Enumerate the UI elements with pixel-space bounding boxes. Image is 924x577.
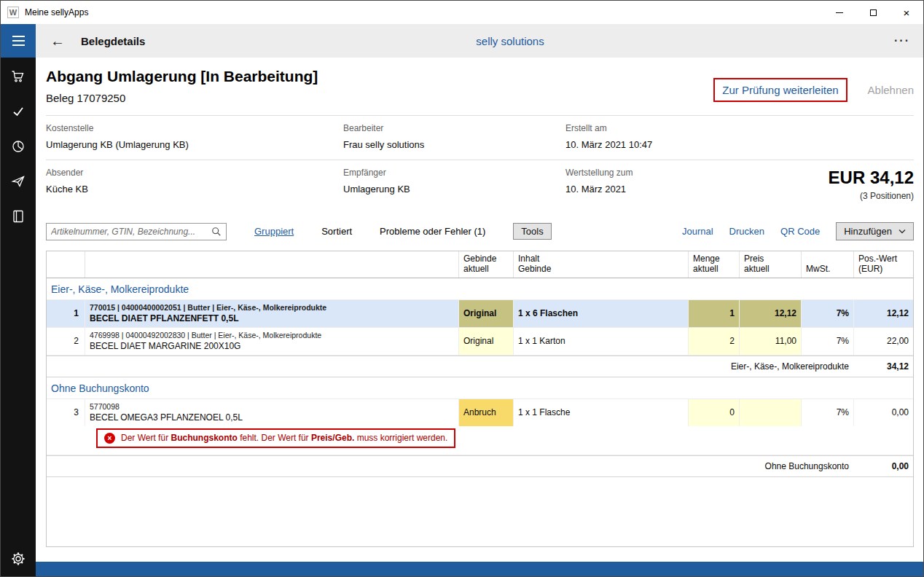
sidebar-item-journal[interactable] [1,199,36,234]
forward-for-review-button[interactable]: Zur Prüfung weiterleiten [713,78,847,102]
qr-code-link[interactable]: QR Code [780,226,820,237]
search-icon[interactable] [211,227,222,237]
document-title: Abgang Umlagerung [In Bearbeitung] [46,68,318,85]
preis-cell[interactable]: 12,12 [740,300,802,327]
inhalt-cell: 1 x 6 Flaschen [514,300,689,327]
info-row-1: Kostenstelle Umlagerung KB (Umlagerung K… [46,116,914,160]
col-menge: Menge aktuell [689,251,740,278]
col-mwst: MwSt. [802,251,854,278]
group-total-value: 34,12 [854,361,913,372]
article-name: BECEL OMEGA3 PFLANZENOEL 0,5L [90,412,243,423]
info-wertstellung: Wertstellung zum 10. März 2021 [565,168,784,201]
table-empty-space [47,477,913,546]
table-row-1[interactable]: 1 770015 | 04000400002051 | Butter | Eie… [47,300,913,328]
positions-count: (3 Positionen) [829,191,914,201]
journal-link[interactable]: Journal [682,226,713,237]
print-link[interactable]: Drucken [729,226,764,237]
article-meta: 770015 | 04000400002051 | Butter | Eier-… [90,303,326,312]
total-amount: EUR 34,12 [829,168,914,188]
validation-error-message: × Der Wert für Buchungskonto fehlt. Der … [96,428,455,448]
pie-chart-icon [11,139,26,154]
send-icon [11,174,26,189]
col-number [47,251,85,278]
sidebar-item-statistics[interactable] [1,129,36,164]
document-heading: Abgang Umlagerung [In Bearbeitung] Beleg… [46,68,318,104]
app-center-title: selly solutions [97,35,923,47]
col-gebinde: Gebinde aktuell [459,251,514,278]
page-title: Belegdetails [81,35,145,47]
maximize-icon [870,9,877,16]
menge-cell[interactable]: 0 [689,399,740,426]
menge-cell[interactable]: 2 [689,328,740,355]
preis-cell[interactable]: 11,00 [740,328,802,355]
col-article [85,251,459,278]
mwst-cell: 7% [802,328,854,355]
group-total-value: 0,00 [854,461,913,471]
row-error-container: × Der Wert für Buchungskonto fehlt. Der … [47,426,913,455]
add-button[interactable]: Hinzufügen [836,222,914,240]
error-icon: × [104,433,115,444]
gebinde-cell[interactable]: Original [459,300,514,327]
hamburger-menu-button[interactable] [1,24,36,58]
gebinde-cell[interactable]: Original [459,328,514,355]
list-toolbar: Gruppiert Sortiert Probleme oder Fehler … [46,222,914,240]
group-total-label: Eier-, Käse-, Molkereiprodukte [47,361,854,372]
info-absender: Absender Küche KB [46,168,343,201]
problems-link[interactable]: Probleme oder Fehler (1) [380,226,485,237]
more-options-icon[interactable]: ··· [894,34,910,47]
table-row-3[interactable]: 3 5770098 BECEL OMEGA3 PFLANZENOEL 0,5L … [47,399,913,426]
minimize-icon [836,12,843,13]
tools-button[interactable]: Tools [513,223,551,240]
article-name: BECEL DIAET MARGARINE 200X10G [90,341,240,351]
maximize-button[interactable] [856,1,890,24]
info-row-2: Absender Küche KB Empfänger Umlagerung K… [46,160,914,211]
table-row-2[interactable]: 2 4769998 | 04000492002830 | Butter | Ei… [47,328,913,356]
hamburger-icon [12,36,25,37]
title-bar: W Meine sellyApps × [1,1,923,24]
reject-button[interactable]: Ablehnen [868,84,914,96]
mwst-cell: 7% [802,300,854,327]
article-cell: 5770098 BECEL OMEGA3 PFLANZENOEL 0,5L [85,399,459,426]
col-wert: Pos.-Wert (EUR) [854,251,913,278]
main-content: Abgang Umlagerung [In Bearbeitung] Beleg… [36,58,923,576]
mwst-cell: 7% [802,399,854,426]
info-bearbeiter: Bearbeiter Frau selly solutions [343,123,565,150]
group-header-molkereiprodukte: Eier-, Käse-, Molkereiprodukte [47,278,913,300]
group-total-ohne-buchungskonto: Ohne Buchungskonto 0,00 [47,455,913,477]
col-preis: Preis aktuell [740,251,802,278]
sidebar-item-tasks[interactable] [1,94,36,129]
bottom-accent-bar [36,562,923,576]
back-arrow-icon[interactable]: ← [50,34,65,48]
info-kostenstelle: Kostenstelle Umlagerung KB (Umlagerung K… [46,123,343,150]
info-empfaenger: Empfänger Umlagerung KB [343,168,565,201]
close-button[interactable]: × [890,1,923,24]
article-name: BECEL DIAET PFLANZENFETT 0,5L [90,313,238,323]
sidebar-item-send[interactable] [1,164,36,199]
wert-cell: 0,00 [854,399,913,426]
group-header-ohne-buchungskonto: Ohne Buchungskonto [47,377,913,399]
sidebar-item-cart[interactable] [1,59,36,94]
app-window: W Meine sellyApps × ← Belegdetails selly… [0,0,924,577]
col-inhalt: Inhalt Gebinde [514,251,689,278]
inhalt-cell: 1 x 1 Karton [514,328,689,355]
sorted-link[interactable]: Sortiert [321,226,352,237]
close-icon: × [904,7,910,18]
journal-icon [11,209,26,224]
article-cell: 770015 | 04000400002051 | Butter | Eier-… [85,300,459,327]
search-box [46,223,227,240]
check-icon [11,104,26,119]
gear-icon [11,552,26,566]
article-meta: 4769998 | 04000492002830 | Butter | Eier… [90,331,321,339]
gebinde-cell[interactable]: Anbruch [459,399,514,426]
grouped-link[interactable]: Gruppiert [254,226,294,237]
preis-cell[interactable] [740,399,802,426]
search-input[interactable] [51,227,211,237]
row-number: 3 [47,399,85,426]
menge-cell[interactable]: 1 [689,300,740,327]
row-number: 2 [47,328,85,355]
table-header-row: Gebinde aktuell Inhalt Gebinde Menge akt… [47,251,913,278]
minimize-button[interactable] [823,1,856,24]
app-header: ← Belegdetails selly solutions ··· [1,24,923,58]
wert-cell: 12,12 [854,300,913,327]
sidebar-item-settings[interactable] [1,541,36,576]
